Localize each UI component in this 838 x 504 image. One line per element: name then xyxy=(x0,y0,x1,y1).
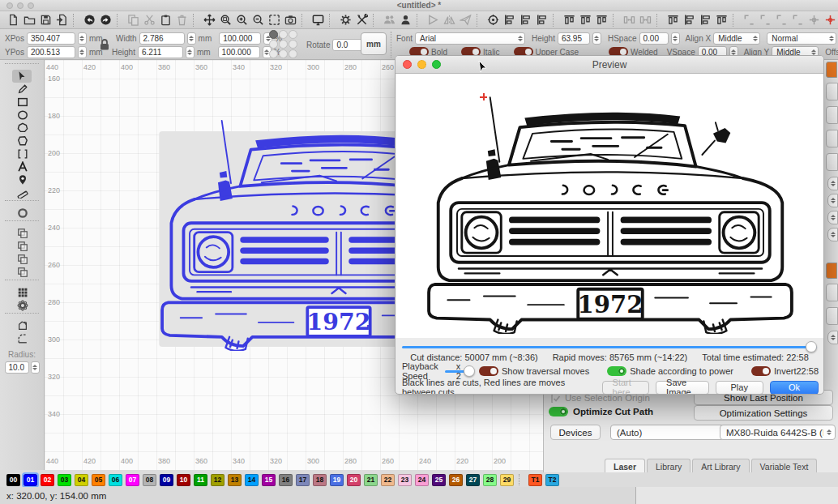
optimize-cut-path-toggle[interactable] xyxy=(549,407,568,416)
center-vertical-button[interactable] xyxy=(681,13,697,28)
palette-swatch-14[interactable]: 14 xyxy=(245,474,259,486)
zoom-out-button[interactable] xyxy=(250,13,266,28)
align-top-button[interactable] xyxy=(561,13,577,28)
device-origin-select[interactable]: (Auto) xyxy=(610,425,729,440)
radius-field[interactable]: 10.0 xyxy=(5,361,29,374)
preview-progress-slider[interactable] xyxy=(402,341,817,352)
palette-swatch-04[interactable]: 04 xyxy=(75,474,88,486)
palette-swatch-06[interactable]: 06 xyxy=(109,474,122,486)
text-tool[interactable] xyxy=(0,160,45,173)
ypos-field[interactable]: 200.513 xyxy=(27,46,75,58)
tab-art-library[interactable]: Art Library xyxy=(692,459,749,473)
rectangle-tool[interactable] xyxy=(0,96,45,109)
play-button[interactable]: Play xyxy=(716,381,763,395)
zoom-to-page-button[interactable] xyxy=(217,13,233,28)
laser-position-tool[interactable] xyxy=(0,173,45,186)
move-laser-to-position-button[interactable] xyxy=(822,13,838,28)
palette-swatch-01[interactable]: 01 xyxy=(24,474,37,486)
boolean-union-tool[interactable] xyxy=(0,240,45,253)
select-tool[interactable] xyxy=(12,70,32,83)
undo-button[interactable] xyxy=(81,13,97,28)
align-middle-button[interactable] xyxy=(577,13,593,28)
measure-tool[interactable] xyxy=(0,186,45,199)
palette-swatch-26[interactable]: 26 xyxy=(449,474,463,486)
optimization-settings-button[interactable]: Optimization Settings xyxy=(694,405,833,421)
text-height-stepper[interactable] xyxy=(592,32,601,45)
redo-button[interactable] xyxy=(97,13,113,28)
edit-nodes-tool[interactable] xyxy=(0,135,45,147)
align-right-button[interactable] xyxy=(533,13,549,28)
zoom-in-button[interactable] xyxy=(233,13,250,28)
style-select[interactable]: Normal xyxy=(767,32,836,45)
palette-swatch-25[interactable]: 25 xyxy=(432,474,446,486)
cuts-panel-stepper[interactable] xyxy=(827,331,838,344)
palette-swatch-24[interactable]: 24 xyxy=(415,474,429,486)
palette-swatch-11[interactable]: 11 xyxy=(194,474,207,486)
alignx-select[interactable]: Middle xyxy=(713,32,760,45)
palette-swatch-09[interactable]: 09 xyxy=(160,474,173,486)
palette-swatch-15[interactable]: 15 xyxy=(262,474,276,486)
palette-swatch-27[interactable]: 27 xyxy=(466,474,480,486)
playback-speed-slider[interactable] xyxy=(445,365,450,377)
set-origin-button[interactable] xyxy=(485,13,501,28)
palette-swatch-16[interactable]: 16 xyxy=(279,474,293,486)
user-button[interactable] xyxy=(397,13,413,28)
palette-swatch-13[interactable]: 13 xyxy=(228,474,242,486)
ypos-stepper[interactable] xyxy=(78,46,87,58)
close-path-tool[interactable] xyxy=(0,319,45,332)
cuts-panel-button[interactable] xyxy=(826,130,838,147)
show-traversal-toggle[interactable] xyxy=(479,366,498,376)
cuts-panel-button[interactable] xyxy=(826,106,838,124)
edit-text-tool[interactable] xyxy=(0,147,45,160)
paste-button[interactable] xyxy=(157,13,173,28)
cuts-panel-stepper[interactable] xyxy=(827,177,838,190)
radius-stepper[interactable] xyxy=(31,361,40,374)
cuts-panel-stepper[interactable] xyxy=(827,228,838,241)
import-file-button[interactable] xyxy=(53,13,70,28)
tab-library[interactable]: Library xyxy=(647,459,690,473)
height-percent-field[interactable]: 100.000 xyxy=(218,46,260,58)
width-percent-field[interactable]: 100.000 xyxy=(219,32,261,45)
weld-tool[interactable] xyxy=(0,227,45,240)
shade-power-toggle[interactable] xyxy=(607,366,626,376)
cuts-panel-stepper[interactable] xyxy=(827,211,838,224)
save-file-button[interactable] xyxy=(37,13,53,28)
open-file-button[interactable] xyxy=(21,13,37,28)
camera-button[interactable] xyxy=(282,13,298,28)
hspace-stepper[interactable] xyxy=(671,32,680,45)
palette-swatch-T1[interactable]: T1 xyxy=(528,474,542,486)
pan-view-button[interactable] xyxy=(201,13,217,28)
height-field[interactable]: 6.211 xyxy=(138,46,183,58)
palette-swatch-05[interactable]: 05 xyxy=(92,474,105,486)
boolean-subtract-tool[interactable] xyxy=(0,253,45,266)
cuts-panel-stepper[interactable] xyxy=(827,194,838,207)
font-select[interactable]: Arial xyxy=(415,32,525,45)
boolean-intersect-tool[interactable] xyxy=(0,266,45,279)
ellipse-tool[interactable] xyxy=(0,109,45,122)
tab-variable-text[interactable]: Variable Text xyxy=(751,459,818,473)
new-file-button[interactable] xyxy=(5,13,21,28)
anchor-grid[interactable] xyxy=(269,30,297,58)
palette-swatch-28[interactable]: 28 xyxy=(483,474,497,486)
palette-swatch-12[interactable]: 12 xyxy=(211,474,224,486)
palette-swatch-03[interactable]: 03 xyxy=(58,474,71,486)
palette-swatch-10[interactable]: 10 xyxy=(177,474,190,486)
palette-swatch-21[interactable]: 21 xyxy=(364,474,378,486)
invert-toggle[interactable] xyxy=(751,366,771,376)
devices-button[interactable]: Devices xyxy=(550,425,601,440)
width-stepper[interactable] xyxy=(187,32,196,45)
hspace-field[interactable]: 0.00 xyxy=(639,32,669,45)
align-center-h-button[interactable] xyxy=(517,13,533,28)
xpos-stepper[interactable] xyxy=(78,32,87,45)
palette-swatch-08[interactable]: 08 xyxy=(143,474,156,486)
circular-array-tool[interactable] xyxy=(0,299,45,312)
device-settings-button[interactable] xyxy=(353,13,370,28)
palette-swatch-17[interactable]: 17 xyxy=(296,474,310,486)
save-image-button[interactable]: Save Image xyxy=(656,381,708,395)
center-horizontal-button[interactable] xyxy=(665,13,681,28)
palette-swatch-07[interactable]: 07 xyxy=(126,474,139,486)
palette-swatch-18[interactable]: 18 xyxy=(313,474,327,486)
dialog-zoom-button[interactable] xyxy=(432,60,441,69)
space-vertical-button[interactable] xyxy=(713,13,729,28)
preview-button[interactable] xyxy=(310,13,326,28)
